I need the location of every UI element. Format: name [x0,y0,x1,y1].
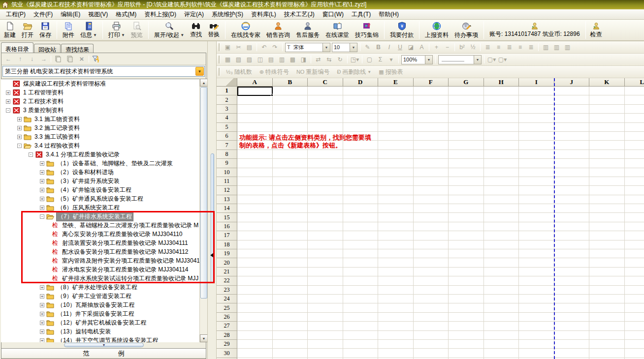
cell-G18[interactable] [449,240,484,249]
cell-F22[interactable] [414,276,449,285]
cell-D22[interactable] [343,276,379,285]
fraction-icon-0[interactable]: ½ [468,43,478,52]
cell-E20[interactable] [378,258,414,267]
nav-left-icon[interactable]: ← [3,55,13,63]
tree-node[interactable]: 煤炭建设工程技术资料管理标准 [1,79,197,88]
menu-item-2[interactable]: 编辑(E) [57,9,84,20]
cell-H20[interactable] [484,258,519,267]
font-style-icon-1[interactable]: B [374,43,383,52]
info-button[interactable]: 信息▼ [77,20,100,40]
cell-L27[interactable] [625,322,644,330]
cell-K13[interactable] [589,195,625,204]
tree-node[interactable]: +1 工程管理资料 [1,88,197,97]
cell-L2[interactable] [625,95,644,104]
tree-node[interactable]: -3.4.1 分项工程质量验收记录 [1,150,197,159]
cell-J17[interactable] [554,231,590,240]
menu-item-10[interactable]: 窗口(W) [319,9,348,20]
chevron-down-icon[interactable]: ▼ [180,33,184,37]
cell-C5[interactable] [308,123,343,132]
merge-cell-icon-0[interactable]: ▦ [223,55,232,64]
cell-D21[interactable] [343,268,379,276]
cell-H24[interactable] [484,295,519,303]
cell-C25[interactable] [308,303,343,312]
cell-L10[interactable] [625,168,644,177]
merge-cell-icon-6[interactable]: ▩ [288,55,297,64]
cell-C10[interactable] [308,168,343,177]
cell-H13[interactable] [484,195,519,204]
cell-A14[interactable] [237,204,273,213]
cell-K17[interactable] [589,231,625,240]
cell-K9[interactable] [589,159,625,168]
cell-G9[interactable] [449,159,484,168]
tree-node[interactable]: +（6）压风系统安装工程 [1,203,197,212]
row-header-3[interactable]: 3 [217,105,237,114]
cell-C28[interactable] [308,331,343,340]
tab-回收站[interactable]: 回收站 [34,44,61,53]
cell-D26[interactable] [343,313,379,322]
cell-C4[interactable] [308,114,343,122]
expand-plus-icon[interactable]: + [40,294,44,299]
clipboard-icon-2[interactable]: ▤ [245,43,254,52]
tree-scrollbar[interactable]: ▲ ▼ [199,79,207,342]
cell-E14[interactable] [378,204,414,213]
cell-I11[interactable] [519,177,554,186]
expand-plus-icon[interactable]: + [17,117,22,121]
cell-G26[interactable] [449,313,484,322]
expand-plus-icon[interactable]: + [40,188,44,192]
cell-E16[interactable] [378,222,414,231]
cell-E22[interactable] [378,276,414,285]
cell-K5[interactable] [589,123,625,132]
cell-C29[interactable] [308,340,343,349]
cell-E9[interactable] [378,159,414,168]
tree-node[interactable]: +3.3 施工试验资料 [1,132,197,141]
splitter-collapse-icon[interactable] [210,253,214,258]
cell-A20[interactable] [237,258,273,267]
cell-E26[interactable] [378,313,414,322]
collapse-minus-icon[interactable]: - [29,152,33,157]
cell-B10[interactable] [273,168,308,177]
cell-J18[interactable] [554,240,590,249]
cell-B22[interactable] [273,276,308,285]
cell-I21[interactable] [519,268,554,276]
cell-H30[interactable] [484,349,519,358]
column-header-G[interactable]: G [449,78,484,87]
cell-L12[interactable] [625,186,644,195]
cell-E19[interactable] [378,249,414,258]
tree-node[interactable]: +（13）旋转电机安装 [1,327,197,336]
cell-H2[interactable] [484,95,519,104]
cell-D1[interactable] [343,87,379,95]
catalog-combo-dropdown-button[interactable]: ▼ [195,67,204,76]
tab-表格目录[interactable]: 表格目录 [1,42,33,53]
cell-A8[interactable] [237,150,273,159]
tree-node[interactable]: +（3）矿井提升系统安装 [1,177,197,185]
cell-I1[interactable] [519,87,554,95]
cell-G12[interactable] [449,186,484,195]
cell-H1[interactable] [484,87,519,95]
cell-G6[interactable] [449,132,484,141]
cell-B16[interactable] [273,222,308,231]
row-header-28[interactable]: 28 [217,331,237,340]
cell-G23[interactable] [449,286,484,295]
cell-J6[interactable] [554,132,590,141]
cell-E2[interactable] [378,95,414,104]
cell-A18[interactable] [237,240,273,249]
cell-D9[interactable] [343,159,379,168]
cell-L3[interactable] [625,105,644,114]
cell-A4[interactable] [237,114,273,122]
tree-node[interactable]: +（14）井下空气调节系统设备安装工程 [1,336,197,342]
tree-node[interactable]: 检配水设备安装分项工程质量验收记录 MJJ304112 [1,247,197,256]
cell-J4[interactable] [554,114,590,122]
autosum-icon-1[interactable]: ▾ [386,55,396,64]
toolbar-grip[interactable] [219,68,220,76]
cell-K26[interactable] [589,313,625,322]
cell-J25[interactable] [554,303,590,312]
cell-B29[interactable] [273,340,308,349]
cell-C8[interactable] [308,150,343,159]
cell-G5[interactable] [449,123,484,132]
cell-C2[interactable] [308,95,343,104]
cell-H22[interactable] [484,276,519,285]
cell-L19[interactable] [625,249,644,258]
cell-E17[interactable] [378,231,414,240]
cell-I16[interactable] [519,222,554,231]
expand-plus-icon[interactable]: + [40,285,44,290]
